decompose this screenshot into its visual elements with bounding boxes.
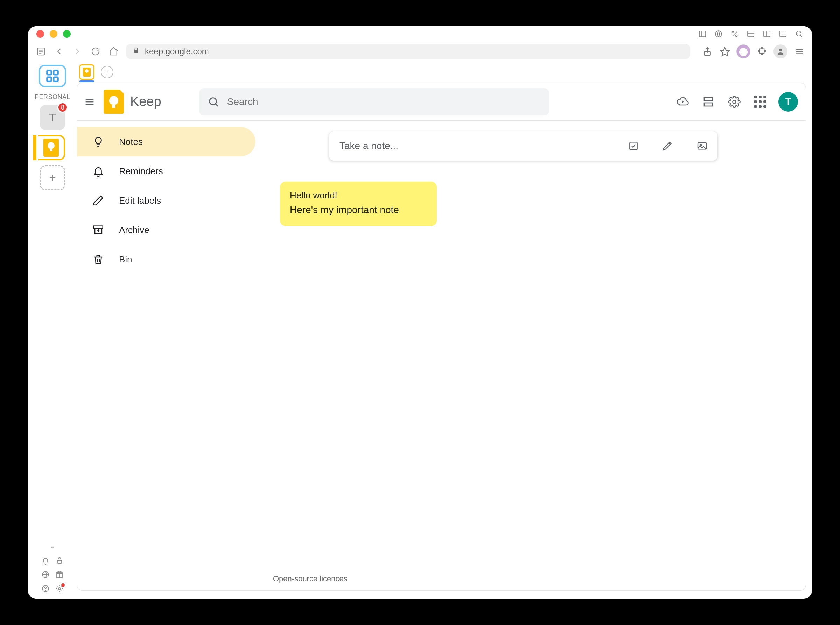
svg-point-4	[732, 31, 734, 33]
note-card[interactable]: Hello world! Here's my important note	[280, 182, 437, 226]
keep-main-content: Take a note... Hello world! Here's my im…	[263, 121, 806, 590]
app-switcher-button[interactable]	[39, 65, 66, 87]
collapse-sidebar-icon[interactable]: ⌄	[49, 541, 56, 550]
globe-icon[interactable]	[714, 30, 723, 39]
svg-point-38	[45, 590, 46, 591]
google-apps-button[interactable]	[753, 94, 768, 110]
panel-icon[interactable]	[746, 30, 755, 39]
search-icon	[208, 96, 219, 108]
layout-icon[interactable]	[762, 30, 772, 39]
share-icon[interactable]	[702, 45, 713, 58]
new-list-icon[interactable]	[625, 138, 642, 154]
keep-logo-icon	[104, 90, 124, 114]
workspace-item-keep[interactable]	[39, 135, 65, 160]
main-menu-button[interactable]	[82, 94, 97, 110]
toolbar-right	[702, 44, 805, 58]
nav-notes[interactable]: Notes	[77, 127, 255, 156]
svg-rect-54	[630, 142, 637, 149]
grid-icon[interactable]	[778, 30, 787, 39]
svg-point-23	[779, 49, 782, 51]
window-titlebar	[28, 26, 812, 42]
globe-small-icon[interactable]	[41, 570, 50, 579]
forward-button[interactable]	[72, 45, 83, 58]
add-workspace-button[interactable]	[40, 165, 65, 190]
search-input[interactable]	[227, 96, 541, 107]
minimize-window-button[interactable]	[50, 30, 58, 38]
svg-rect-27	[47, 70, 51, 75]
svg-rect-33	[58, 560, 62, 563]
footer-licences-link[interactable]: Open-source licences	[273, 574, 348, 583]
nav-label: Archive	[119, 225, 149, 236]
workspace-item-t[interactable]: T 8	[40, 105, 65, 130]
nav-reminders[interactable]: Reminders	[77, 156, 255, 186]
address-bar[interactable]: keep.google.com	[126, 44, 690, 59]
svg-rect-6	[748, 31, 754, 37]
nav-label: Edit labels	[119, 195, 161, 206]
profile-avatar-icon[interactable]	[736, 44, 750, 58]
svg-rect-20	[134, 50, 138, 53]
help-icon[interactable]	[41, 584, 50, 593]
sidebar-toggle-icon[interactable]	[698, 30, 707, 39]
svg-point-5	[736, 35, 737, 37]
keep-tab-icon	[83, 68, 91, 77]
svg-rect-0	[699, 31, 706, 37]
nav-label: Notes	[119, 137, 143, 147]
url-text: keep.google.com	[145, 47, 209, 56]
archive-icon	[92, 224, 104, 236]
svg-point-39	[58, 588, 61, 590]
menu-icon[interactable]	[793, 45, 805, 58]
svg-rect-28	[54, 70, 58, 75]
lock-small-icon[interactable]	[55, 556, 64, 565]
gift-icon[interactable]	[55, 570, 64, 579]
nav-edit-labels[interactable]: Edit labels	[77, 186, 255, 215]
search-box[interactable]	[199, 88, 549, 115]
settings-small-icon[interactable]	[55, 584, 64, 593]
refresh-cloud-icon[interactable]	[675, 94, 690, 110]
svg-line-3	[733, 32, 737, 36]
bell-icon[interactable]	[41, 556, 50, 565]
app-title: Keep	[130, 94, 161, 109]
keep-body: Notes Reminders Edit labels Archive	[77, 121, 806, 590]
home-button[interactable]	[108, 45, 120, 58]
svg-marker-22	[721, 48, 730, 56]
close-window-button[interactable]	[36, 30, 44, 38]
percent-icon[interactable]	[730, 30, 739, 39]
new-tab-button[interactable]	[101, 66, 114, 78]
new-image-icon[interactable]	[694, 138, 711, 154]
new-drawing-icon[interactable]	[660, 138, 676, 154]
svg-rect-50	[94, 226, 103, 229]
nav-label: Reminders	[119, 166, 163, 177]
keep-header: Keep T	[77, 83, 806, 121]
svg-rect-30	[54, 77, 58, 82]
nav-archive[interactable]: Archive	[77, 215, 255, 245]
take-note-placeholder: Take a note...	[339, 140, 608, 152]
window-controls	[36, 30, 71, 38]
keep-icon	[44, 138, 59, 157]
take-note-box[interactable]: Take a note...	[329, 131, 717, 161]
nav-label: Bin	[119, 254, 132, 265]
workspace-sidebar: PERSONAL T 8 ⌄	[28, 61, 77, 599]
sidebar-bottom-icons	[31, 554, 74, 599]
settings-gear-icon[interactable]	[726, 94, 742, 110]
keep-app-frame: Keep T	[77, 83, 806, 590]
lightbulb-icon	[92, 136, 104, 148]
svg-rect-48	[704, 103, 712, 106]
reader-mode-icon[interactable]	[35, 45, 47, 58]
svg-rect-47	[704, 98, 712, 101]
back-button[interactable]	[53, 45, 65, 58]
maximize-window-button[interactable]	[63, 30, 71, 38]
tab-keep[interactable]	[79, 64, 95, 80]
search-icon[interactable]	[795, 30, 804, 39]
notification-badge: 8	[58, 102, 68, 113]
user-avatar[interactable]: T	[778, 92, 798, 112]
bookmark-star-icon[interactable]	[719, 45, 731, 58]
nav-bin[interactable]: Bin	[77, 245, 255, 274]
view-toggle-icon[interactable]	[701, 94, 716, 110]
workspace-initial: T	[49, 111, 56, 124]
extensions-icon[interactable]	[756, 45, 768, 58]
account-icon[interactable]	[773, 44, 787, 58]
note-body: Here's my important note	[290, 204, 427, 216]
tab-strip	[77, 61, 812, 83]
trash-icon	[92, 253, 104, 265]
reload-button[interactable]	[90, 45, 101, 58]
